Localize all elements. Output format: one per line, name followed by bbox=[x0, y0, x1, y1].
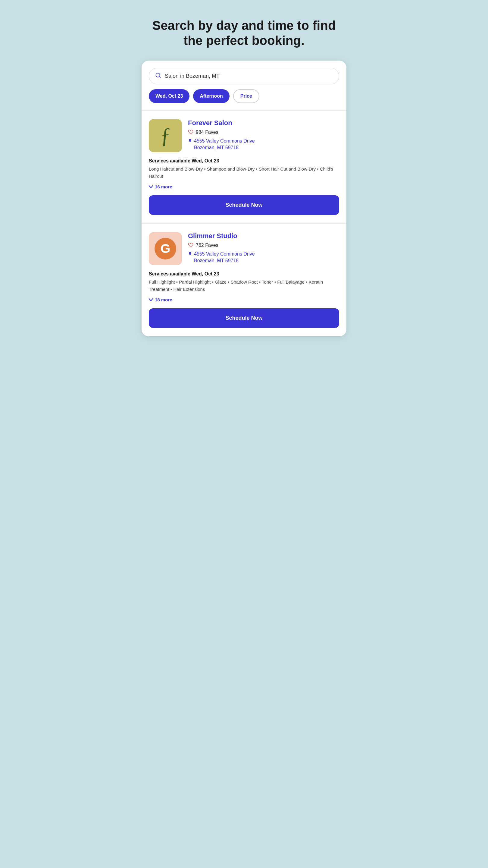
filter-time-chip[interactable]: Afternoon bbox=[193, 89, 229, 103]
forever-salon-info: Forever Salon 984 Faves bbox=[188, 119, 339, 151]
glimmer-more-label: 18 more bbox=[155, 297, 172, 302]
svg-line-1 bbox=[159, 76, 161, 78]
search-section: Salon in Bozeman, MT bbox=[141, 61, 347, 89]
forever-schedule-now-button[interactable]: Schedule Now bbox=[149, 195, 339, 215]
listing-top-forever: ƒ Forever Salon 984 Faves bbox=[149, 119, 339, 152]
forever-address: 4555 Valley Commons Drive Bozeman, MT 59… bbox=[194, 138, 255, 151]
chevron-down-icon-forever bbox=[149, 184, 153, 189]
main-card: Salon in Bozeman, MT Wed, Oct 23 Afterno… bbox=[141, 61, 347, 336]
glimmer-faves-count: 762 Faves bbox=[196, 243, 218, 248]
forever-faves-row: 984 Faves bbox=[188, 129, 339, 135]
forever-salon-logo: ƒ bbox=[149, 119, 182, 152]
search-bar[interactable]: Salon in Bozeman, MT bbox=[149, 68, 339, 84]
glimmer-faves-row: 762 Faves bbox=[188, 242, 339, 248]
forever-services-list: Long Haircut and Blow-Dry • Shampoo and … bbox=[149, 165, 339, 180]
page-title: Search by day and time to find the perfe… bbox=[141, 18, 347, 49]
forever-more-label: 16 more bbox=[155, 184, 172, 189]
heart-icon bbox=[188, 129, 193, 135]
glimmer-services-heading: Services available Wed, Oct 23 bbox=[149, 271, 339, 277]
glimmer-logo-letter: G bbox=[155, 238, 176, 259]
glimmer-services-list: Full Highlight • Partial Highlight • Gla… bbox=[149, 278, 339, 293]
listing-forever-salon: ƒ Forever Salon 984 Faves bbox=[141, 111, 347, 223]
glimmer-salon-name[interactable]: Glimmer Studio bbox=[188, 232, 339, 240]
forever-address-row: 4555 Valley Commons Drive Bozeman, MT 59… bbox=[188, 138, 339, 151]
pin-icon-glimmer bbox=[188, 251, 192, 258]
chevron-down-icon-glimmer bbox=[149, 297, 153, 302]
search-icon bbox=[155, 72, 161, 80]
filter-row: Wed, Oct 23 Afternoon Price bbox=[141, 89, 347, 110]
filter-price-chip[interactable]: Price bbox=[233, 89, 259, 103]
listing-glimmer-studio: G Glimmer Studio 762 Faves bbox=[141, 224, 347, 336]
pin-icon-forever bbox=[188, 138, 192, 145]
glimmer-salon-info: Glimmer Studio 762 Faves bbox=[188, 232, 339, 264]
forever-services-heading: Services available Wed, Oct 23 bbox=[149, 158, 339, 164]
forever-more-row[interactable]: 16 more bbox=[149, 184, 339, 189]
forever-logo-letter: ƒ bbox=[159, 124, 172, 147]
glimmer-address-row: 4555 Valley Commons Drive Bozeman, MT 59… bbox=[188, 251, 339, 264]
glimmer-studio-logo: G bbox=[149, 232, 182, 265]
glimmer-schedule-now-button[interactable]: Schedule Now bbox=[149, 308, 339, 328]
forever-salon-name[interactable]: Forever Salon bbox=[188, 119, 339, 127]
heart-icon-glimmer bbox=[188, 242, 193, 248]
glimmer-more-row[interactable]: 18 more bbox=[149, 297, 339, 302]
filter-date-chip[interactable]: Wed, Oct 23 bbox=[149, 89, 190, 103]
search-input-value[interactable]: Salon in Bozeman, MT bbox=[165, 73, 220, 79]
page-wrapper: Search by day and time to find the perfe… bbox=[141, 18, 347, 856]
listing-top-glimmer: G Glimmer Studio 762 Faves bbox=[149, 232, 339, 265]
glimmer-address: 4555 Valley Commons Drive Bozeman, MT 59… bbox=[194, 251, 255, 264]
forever-faves-count: 984 Faves bbox=[196, 130, 218, 135]
